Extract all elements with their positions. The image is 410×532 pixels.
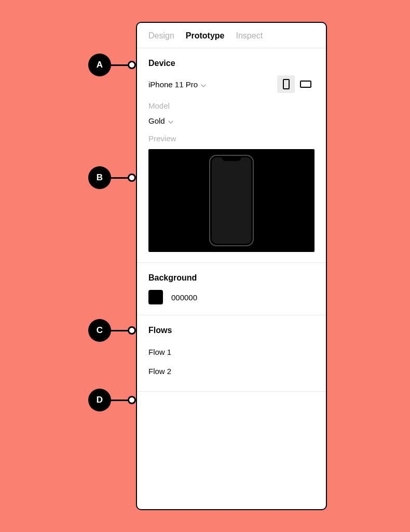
callout-b-label: B [88,166,111,189]
orientation-landscape-button[interactable] [297,75,315,93]
background-section: Background 000000 [137,263,326,315]
callout-a: A [88,54,136,76]
portrait-icon [283,79,290,89]
phone-mockup-icon [209,155,254,246]
prototype-panel: Design Prototype Inspect Device iPhone 1… [136,22,327,510]
phone-notch [222,156,241,161]
background-heading: Background [148,273,315,283]
background-hex-value: 000000 [171,293,197,302]
callout-dot [128,326,136,335]
orientation-portrait-button[interactable] [277,75,295,93]
device-preview [148,149,315,252]
callout-b: B [88,166,136,189]
callout-d: D [88,389,136,411]
callout-dot [128,396,136,404]
model-dropdown[interactable]: Gold [148,116,173,125]
flows-heading: Flows [148,326,315,335]
callout-line [111,64,129,66]
background-swatch [148,290,163,304]
device-selected-value: iPhone 11 Pro [148,80,198,89]
callout-c-label: C [88,319,111,342]
callout-line [111,330,129,331]
callout-dot [128,61,136,69]
flows-section: Flows Flow 1 Flow 2 [137,315,326,392]
tab-inspect[interactable]: Inspect [236,31,263,41]
callout-dot [128,174,136,182]
callout-d-label: D [88,389,111,411]
tab-bar: Design Prototype Inspect [137,23,326,48]
background-color-row[interactable]: 000000 [148,290,315,304]
device-dropdown[interactable]: iPhone 11 Pro [148,80,206,89]
device-heading: Device [148,59,315,68]
chevron-down-icon [201,80,206,89]
callout-a-label: A [88,54,111,76]
device-section: Device iPhone 11 Pro Model Gold [137,48,326,263]
chevron-down-icon [168,116,173,125]
device-row: iPhone 11 Pro [148,75,315,93]
tab-design[interactable]: Design [148,31,174,41]
callout-c: C [88,319,136,342]
preview-label: Preview [148,134,315,143]
flow-item[interactable]: Flow 1 [148,342,315,362]
orientation-toggle [277,75,315,93]
callout-line [111,177,129,179]
tab-prototype[interactable]: Prototype [186,31,225,41]
model-selected-value: Gold [148,116,165,125]
landscape-icon [300,81,311,88]
callout-line [111,400,129,401]
flow-item[interactable]: Flow 2 [148,362,315,381]
model-label: Model [148,101,315,110]
